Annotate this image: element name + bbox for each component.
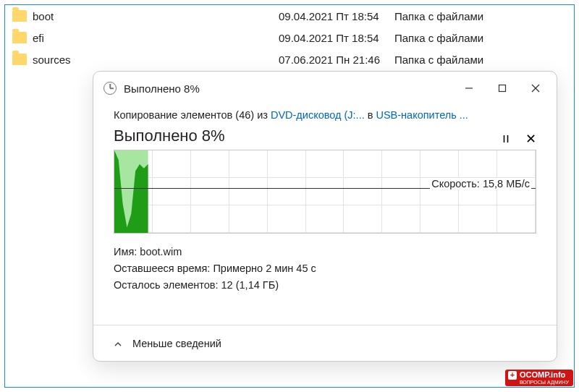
copy-progress-dialog: Выполнено 8% Копирование элементов (46) …	[93, 71, 557, 362]
file-type: Папка с файлами	[394, 32, 574, 44]
maximize-button[interactable]	[486, 74, 519, 103]
clock-icon	[103, 82, 117, 95]
source-link[interactable]: DVD-дисковод (J:...	[271, 109, 365, 121]
pause-button[interactable]: ıı	[502, 131, 510, 147]
folder-icon	[12, 10, 27, 22]
titlebar: Выполнено 8%	[93, 72, 557, 105]
watermark-main: OCOMP.info	[520, 371, 569, 380]
file-name: boot	[33, 10, 279, 22]
file-name: sources	[33, 54, 279, 66]
cancel-button[interactable]: ✕	[525, 131, 536, 147]
destination-link[interactable]: USB-накопитель ...	[376, 109, 468, 121]
detail-remaining-items: Осталось элементов12 (1,14 ГБ)	[114, 277, 536, 294]
file-row[interactable]: boot 09.04.2021 Пт 18:54 Папка с файлами	[5, 5, 574, 27]
file-type: Папка с файлами	[394, 10, 574, 22]
speed-chart: Скорость: 15,8 МБ/с	[114, 150, 536, 234]
speed-label: Скорость: 15,8 МБ/с	[430, 178, 531, 189]
file-date: 09.04.2021 Пт 18:54	[279, 10, 394, 22]
watermark: OCOMP.info ВОПРОСЫ АДМИНУ	[505, 370, 573, 386]
close-button[interactable]	[519, 74, 552, 103]
svg-rect-1	[499, 85, 506, 92]
chevron-up-icon	[114, 339, 122, 348]
details-toggle[interactable]: Меньше сведений	[93, 325, 557, 361]
minimize-button[interactable]	[452, 74, 486, 103]
detail-name: Имяboot.wim	[114, 244, 536, 260]
folder-icon	[12, 54, 27, 65]
detail-remaining-time: Оставшееся времяПримерно 2 мин 45 с	[114, 260, 536, 277]
file-type: Папка с файлами	[394, 54, 574, 66]
folder-icon	[12, 32, 27, 43]
file-row[interactable]: efi 09.04.2021 Пт 18:54 Папка с файлами	[5, 27, 574, 48]
progress-heading: Выполнено 8%	[114, 127, 536, 145]
file-date: 09.04.2021 Пт 18:54	[279, 32, 394, 44]
watermark-sub: ВОПРОСЫ АДМИНУ	[520, 380, 569, 385]
file-date: 07.06.2021 Пн 21:46	[279, 54, 394, 66]
copy-description: Копирование элементов (46) из DVD-дисков…	[114, 109, 536, 121]
speed-chart-svg	[114, 150, 536, 233]
window-title: Выполнено 8%	[124, 82, 452, 95]
file-name: efi	[33, 32, 279, 44]
file-row[interactable]: sources 07.06.2021 Пн 21:46 Папка с файл…	[5, 48, 574, 70]
